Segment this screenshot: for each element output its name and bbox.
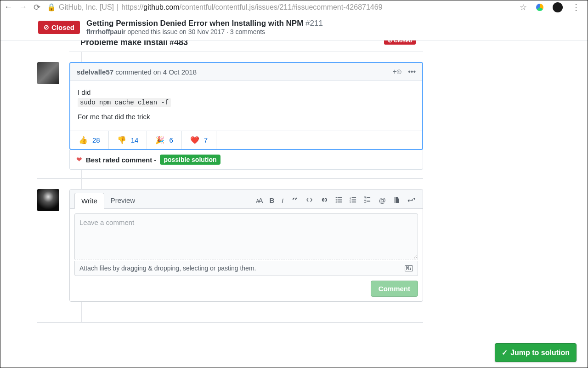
comment-line1: I did [78, 88, 415, 96]
url-domain: github.com [143, 3, 179, 11]
issue-opened-text: opened this issue [127, 28, 177, 35]
bookmark-star-icon[interactable]: ☆ [520, 2, 527, 12]
related-issue-row[interactable]: Probleme make install #483 ⊘ Closed [69, 40, 423, 51]
submit-comment-button[interactable]: Comment [371, 281, 418, 297]
svg-rect-3 [337, 197, 341, 198]
comment-code: sudo npm cache clean -f [78, 98, 171, 107]
attach-hint-text: Attach files by dragging & dropping, sel… [79, 264, 256, 272]
extension-icon[interactable] [536, 4, 543, 11]
thumbs-down-icon: 👎 [117, 136, 126, 144]
issue-title: Getting Permission Denied Error when Ins… [86, 19, 323, 28]
link-icon[interactable] [320, 196, 327, 205]
saved-replies-icon[interactable] [393, 196, 400, 205]
comment-author[interactable]: sdelvalle57 [77, 68, 113, 76]
best-rated-bar: ❤ Best rated comment - possible solution [69, 150, 423, 170]
text-size-icon[interactable]: AA [256, 196, 262, 204]
comment-line2: For me that did the trick [78, 113, 415, 121]
issue-title-text: Getting Permission Denied Error when Ins… [86, 19, 303, 28]
comment-textarea[interactable] [74, 213, 418, 259]
reaction-count: 14 [131, 136, 139, 144]
svg-rect-15 [367, 201, 370, 201]
jump-to-solution-button[interactable]: ✓ Jump to solution [495, 343, 577, 362]
best-rated-label: Best rated comment - [86, 156, 156, 164]
more-menu-icon[interactable]: ⋮ [572, 2, 580, 12]
url-org: GitHub, Inc. [US] [59, 3, 114, 12]
issue-author[interactable]: flrrrhoffpauir [86, 28, 126, 35]
tab-write[interactable]: Write [74, 193, 104, 209]
svg-rect-9 [351, 197, 356, 198]
back-button[interactable]: ← [4, 2, 12, 12]
svg-rect-14 [364, 200, 366, 202]
quote-icon[interactable] [292, 196, 299, 205]
closed-issue-icon: ⊘ [388, 40, 392, 44]
composer-tabs: Write Preview AA B i [70, 190, 423, 209]
comment-header: sdelvalle57 commented on 4 Oct 2018 +☺ •… [70, 63, 422, 81]
svg-text:3: 3 [350, 201, 351, 203]
forward-button[interactable]: → [19, 2, 27, 12]
reaction-hooray[interactable]: 🎉 6 [147, 131, 181, 149]
comment-card: sdelvalle57 commented on 4 Oct 2018 +☺ •… [69, 62, 423, 150]
jump-label: Jump to solution [510, 349, 570, 357]
profile-avatar-icon[interactable] [553, 2, 563, 12]
hooray-icon: 🎉 [155, 136, 164, 144]
reaction-thumbs-up[interactable]: 👍 28 [70, 131, 109, 149]
issue-number: #211 [305, 19, 323, 28]
italic-icon[interactable]: i [282, 196, 283, 204]
browser-bar: ← → ⟳ 🔒 GitHub, Inc. [US] | https://gith… [0, 0, 588, 14]
svg-point-1 [335, 199, 336, 200]
section-divider [37, 178, 423, 179]
reaction-count: 7 [204, 136, 208, 144]
check-icon: ✓ [502, 348, 508, 357]
reaction-heart[interactable]: ❤️ 7 [182, 131, 216, 149]
mention-icon[interactable]: @ [379, 196, 386, 205]
reaction-count: 6 [169, 136, 173, 144]
svg-point-2 [335, 201, 336, 202]
reaction-count: 28 [92, 136, 100, 144]
bold-icon[interactable]: B [270, 196, 275, 204]
code-icon[interactable] [306, 196, 313, 205]
reply-icon[interactable]: ↩▾ [407, 196, 415, 205]
heart-icon: ❤️ [190, 136, 199, 144]
comment-actions-menu[interactable]: ••• [408, 68, 416, 76]
issue-meta: flrrrhoffpauir opened this issue on 30 N… [86, 28, 323, 35]
lock-icon: 🔒 [47, 3, 56, 12]
ordered-list-icon[interactable]: 123 [350, 196, 356, 205]
issue-state-label: Closed [51, 23, 74, 31]
comment-date[interactable]: on 4 Oct 2018 [153, 68, 197, 76]
svg-rect-13 [367, 197, 370, 198]
unordered-list-icon[interactable] [335, 196, 342, 205]
markdown-toolbar: AA B i 123 [256, 196, 418, 205]
bottom-divider [37, 322, 423, 323]
commenter-avatar[interactable] [37, 62, 59, 84]
current-user-avatar[interactable] [37, 189, 59, 211]
comment-composer: Write Preview AA B i [69, 189, 423, 302]
comment-verb: commented [115, 68, 151, 76]
url-separator: | [117, 3, 119, 12]
related-issue-ref: #483 [170, 40, 188, 47]
related-issue-title: Probleme make install [80, 40, 168, 47]
tab-preview[interactable]: Preview [104, 193, 141, 208]
markdown-badge-icon[interactable]: M↓ [405, 265, 413, 271]
svg-rect-4 [337, 199, 341, 200]
related-issue-state: ⊘ Closed [384, 40, 416, 45]
related-border [69, 51, 423, 52]
svg-rect-10 [351, 199, 356, 200]
add-reaction-button[interactable]: +☺ [393, 68, 402, 76]
issue-state-badge: ⊘ Closed [38, 21, 80, 34]
url-prefix: https:// [121, 3, 143, 11]
closed-issue-icon: ⊘ [44, 23, 49, 31]
address-bar[interactable]: 🔒 GitHub, Inc. [US] | https://github.com… [47, 3, 513, 12]
heart-icon: ❤ [76, 155, 82, 164]
svg-point-0 [335, 197, 336, 198]
possible-solution-tag: possible solution [160, 155, 220, 165]
meta-dot: · [226, 28, 228, 35]
reaction-thumbs-down[interactable]: 👎 14 [109, 131, 147, 149]
url-path: /contentful/contentful.js/issues/211#iss… [180, 3, 383, 11]
svg-rect-11 [351, 201, 356, 202]
issue-header: ⊘ Closed Getting Permission Denied Error… [0, 14, 588, 40]
thumbs-up-icon: 👍 [79, 136, 88, 144]
task-list-icon[interactable] [364, 196, 371, 205]
reload-button[interactable]: ⟳ [34, 2, 40, 12]
svg-rect-5 [337, 201, 341, 202]
attach-hint-row[interactable]: Attach files by dragging & dropping, sel… [74, 261, 418, 276]
